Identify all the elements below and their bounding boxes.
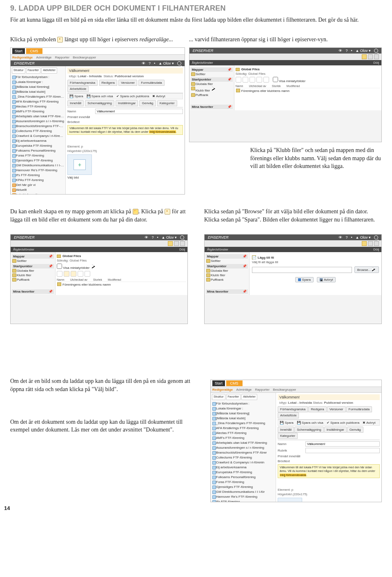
toolbar-icon[interactable]: [374, 241, 379, 246]
btn-spara-publicera[interactable]: ✔ Spara och publicera: [327, 421, 359, 425]
image-drop-box[interactable]: +: [67, 154, 92, 175]
btn-avbryt[interactable]: ✖ Avbryt: [152, 94, 165, 98]
toolbar-icon[interactable]: [374, 54, 379, 59]
tree-item[interactable]: Assuransforeningen s i r-förening: [212, 445, 274, 450]
tab-arbetsflode[interactable]: Arbetsflöde: [67, 86, 89, 92]
tree-item[interactable]: För förbundsstyrelsen :: [212, 401, 274, 406]
tree-item[interactable]: If's FTF-förening: [212, 499, 274, 503]
btn-spara[interactable]: 💾 Spara: [69, 94, 83, 98]
tree-item[interactable]: [Målsida lokal förening]: [12, 85, 64, 89]
subtab-install[interactable]: Inställningar: [116, 100, 138, 106]
toolbar-icon[interactable]: [362, 54, 367, 59]
submenu-admin[interactable]: Adminläge: [36, 56, 51, 59]
submenu-admin[interactable]: Adminläge: [236, 388, 252, 391]
tree-item[interactable]: Hannover Re's FTF-förening: [212, 494, 274, 499]
tree-item[interactable]: Folksams Personalförening: [212, 475, 274, 480]
toolbar-icon[interactable]: [180, 241, 185, 246]
image-drop-box[interactable]: +: [278, 498, 302, 503]
tab-versioner[interactable]: Versioner: [118, 80, 137, 86]
fm-item-klubb[interactable]: Klubb filer: [206, 273, 248, 277]
toolbar-icon[interactable]: [174, 241, 179, 246]
tree-item[interactable]: Branschoddsföreningens FTF-förer: [212, 450, 274, 455]
tree-item[interactable]: Collectums FTF-förening: [12, 129, 64, 134]
tree-item[interactable]: Branschoddsföreningens FTF-förer: [12, 124, 64, 129]
brodtext-box[interactable]: Välkommen till det lokala FTF! Vi har in…: [278, 464, 380, 478]
pin-icon[interactable]: 📌: [227, 105, 232, 109]
tree-item[interactable]: _Dina Försäkringars FTF-förening: [12, 94, 64, 99]
tree-item[interactable]: _Dina Försäkringars FTF-förening: [212, 421, 274, 426]
valj-bild-link[interactable]: Välj bild: [67, 176, 183, 179]
tree-item[interactable]: GM Direktkommunikations I I I-för: [212, 490, 274, 494]
btn-spara-visa[interactable]: 💾 Spara och visa: [87, 94, 113, 98]
tab-cms[interactable]: CMS: [26, 48, 42, 54]
tab-redigera[interactable]: Redigera: [99, 80, 117, 86]
tree-item[interactable]: Foras FTF-förening: [212, 480, 274, 485]
tree-item[interactable]: KPAs FTF-forening: [12, 178, 64, 183]
tab-forhands[interactable]: Förhandsgranska: [67, 80, 98, 86]
search-icon[interactable]: [180, 235, 184, 239]
tree-item[interactable]: AMFs FTF-förening: [12, 109, 64, 114]
subtab-kategorier[interactable]: Kategorier: [157, 100, 177, 106]
cancel-button[interactable]: ✖Avbryt: [317, 277, 336, 282]
col-storlek[interactable]: Storlek: [272, 85, 281, 87]
tree-item[interactable]: AFA försäkrings FTF-förening: [212, 426, 274, 431]
tree-item[interactable]: GM Direktkommunikations I I I-för: [12, 163, 64, 168]
submenu-redigera[interactable]: Redigeraläge: [12, 56, 33, 59]
fm-item-globala[interactable]: Globala filer: [12, 268, 54, 273]
toolbar-icon[interactable]: [362, 241, 367, 246]
tree-item[interactable]: Lokala föreningar :: [212, 406, 274, 411]
tree-item[interactable]: Europeiska FTF-förening: [12, 143, 64, 148]
tree-item[interactable]: Lokal information: [12, 192, 64, 195]
fm-folder-row[interactable]: Föreningens eller klubbens namn: [57, 282, 186, 287]
tree-item[interactable]: Arbetsplats utan lokal FTF-förening: [212, 441, 274, 445]
fm-item-klubb[interactable]: Klubb filer: [12, 273, 54, 277]
tab-cms[interactable]: CMS: [226, 380, 243, 386]
pin-icon[interactable]: 📌: [227, 78, 232, 81]
tree-item[interactable]: Alectas FTF-förening: [12, 104, 64, 109]
btn-avbryt[interactable]: ✖ Avbryt: [363, 421, 375, 425]
help-icon[interactable]: ?: [149, 61, 151, 65]
tree-item[interactable]: Foras FTF-förening: [12, 153, 64, 158]
tree-item[interactable]: Eij arbetsverksamma: [212, 465, 274, 470]
tree-item[interactable]: Alectas FTF-förening: [212, 431, 274, 436]
tree-item[interactable]: [Målsida lokal förening]: [212, 411, 274, 416]
fm-tool-add-file[interactable]: [71, 271, 76, 277]
tree-item[interactable]: Gjensidiges FTF-förening: [12, 158, 64, 163]
panel-hide[interactable]: Dölj: [373, 248, 379, 251]
file-path-input[interactable]: [252, 267, 352, 273]
eye-icon[interactable]: 👁: [142, 61, 145, 65]
submenu-besokargrupper[interactable]: Besökargrupper: [73, 56, 96, 59]
save-button[interactable]: Spara: [295, 277, 314, 282]
input-namn[interactable]: [305, 441, 380, 447]
tree-item[interactable]: Folksams Personalförening: [12, 148, 64, 153]
tree-item[interactable]: Assuransforeningen s i r-förening: [12, 119, 64, 124]
tree-item[interactable]: Hannover Re's FTF-förening: [12, 168, 64, 173]
input-rubrik[interactable]: [305, 448, 380, 453]
submenu-rapporter[interactable]: Rapporter: [55, 56, 70, 59]
tree-item[interactable]: Crawford & Companys i ri-förenin: [12, 134, 64, 139]
fm-item-sidfiler[interactable]: Sidfiler: [206, 259, 248, 263]
fm-item-puffbank[interactable]: Puffbank: [191, 93, 233, 97]
fm-folder-row[interactable]: Föreningens eller klubbens namn: [236, 88, 380, 94]
fm-tool-icon[interactable]: [78, 271, 83, 277]
fm-item-globala[interactable]: Globala filer: [206, 268, 248, 273]
fm-item-puffbank[interactable]: Puffbank: [206, 277, 248, 282]
fm-tool-new-folder[interactable]: [64, 271, 69, 277]
submenu-rapporter[interactable]: Rapporter: [255, 388, 270, 391]
fm-tool-icon[interactable]: [85, 271, 90, 277]
panel-hide[interactable]: Dölj: [373, 61, 379, 65]
toolbar-icon[interactable]: [368, 54, 373, 59]
tree-tab-favoriter[interactable]: Favoriter: [26, 67, 41, 74]
col-namn[interactable]: Namn: [236, 85, 243, 87]
user-label[interactable]: Olov: [163, 61, 171, 65]
search-icon[interactable]: [177, 61, 181, 65]
tree-tab-struktur[interactable]: Struktur: [12, 67, 25, 74]
fm-tool-icon[interactable]: [57, 271, 62, 277]
tab-start[interactable]: Start: [212, 380, 225, 386]
tree-item[interactable]: Crawford & Companys i ri-förenin: [212, 460, 274, 465]
btn-spara-visa[interactable]: 💾 Spara och visa: [297, 421, 323, 425]
tree-item[interactable]: AMFs FTF-förening: [212, 436, 274, 441]
subtab-schema[interactable]: Schemaläggning: [85, 100, 114, 106]
fm-item-sidfiler[interactable]: Sidfiler: [12, 259, 54, 263]
checkbox-mini[interactable]: [57, 264, 62, 269]
